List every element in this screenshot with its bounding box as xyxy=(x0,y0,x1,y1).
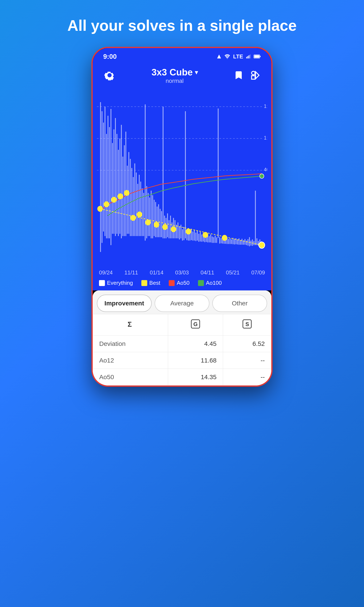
x-label-5: 04/11 xyxy=(201,269,214,276)
svg-rect-93 xyxy=(212,237,213,243)
x-label-6: 05/21 xyxy=(226,269,239,276)
tab-average[interactable]: Average xyxy=(155,295,209,312)
svg-rect-46 xyxy=(142,188,143,236)
settings-button[interactable] xyxy=(103,69,116,82)
svg-rect-71 xyxy=(179,227,180,239)
chart-x-labels: 09/24 11/11 01/14 03/03 04/11 05/21 07/0… xyxy=(93,268,271,277)
table-row: Deviation 4.45 6.52 xyxy=(93,336,271,352)
svg-rect-122 xyxy=(255,191,256,245)
svg-rect-28 xyxy=(115,118,116,236)
x-label-7: 07/09 xyxy=(251,269,265,276)
svg-point-133 xyxy=(130,215,136,221)
status-icons: LTE xyxy=(217,53,261,60)
svg-rect-40 xyxy=(133,177,134,236)
svg-rect-42 xyxy=(136,172,137,236)
svg-text:Σ: Σ xyxy=(128,320,132,328)
legend-best: Best xyxy=(141,280,160,286)
svg-rect-108 xyxy=(234,239,235,244)
svg-rect-3 xyxy=(247,56,248,58)
svg-rect-26 xyxy=(112,143,113,234)
gear-icon xyxy=(103,69,116,81)
svg-rect-31 xyxy=(119,138,120,234)
svg-rect-85 xyxy=(200,232,201,241)
svg-point-130 xyxy=(111,197,117,203)
svg-rect-74 xyxy=(183,227,184,240)
svg-point-140 xyxy=(203,232,208,238)
svg-rect-75 xyxy=(185,111,186,238)
svg-rect-111 xyxy=(239,238,239,245)
legend-ao50-dot xyxy=(169,280,175,286)
svg-text:1:20: 1:20 xyxy=(264,103,267,109)
row-deviation-col2: 6.52 xyxy=(223,336,271,352)
svg-rect-50 xyxy=(148,193,148,236)
svg-point-128 xyxy=(98,206,103,211)
svg-rect-97 xyxy=(218,108,219,238)
sigma-icon: Σ xyxy=(126,320,135,328)
svg-marker-9 xyxy=(256,72,259,79)
svg-text:1:00: 1:00 xyxy=(264,135,267,141)
row-ao12-col1: 11.68 xyxy=(168,352,223,369)
col-header-s: S xyxy=(223,314,271,336)
x-label-2: 11/11 xyxy=(124,269,138,276)
chart-legend: Everything Best Ao50 Ao100 xyxy=(93,277,271,290)
tab-other[interactable]: Other xyxy=(212,295,267,312)
g-icon: G xyxy=(190,319,201,329)
bottom-panel: Improvement Average Other Σ G xyxy=(93,290,271,385)
row-ao50-label: Ao50 xyxy=(93,369,168,385)
svg-rect-94 xyxy=(213,237,214,243)
svg-rect-98 xyxy=(219,237,220,243)
svg-point-135 xyxy=(145,220,150,225)
tab-row: Improvement Average Other xyxy=(93,290,271,312)
svg-rect-73 xyxy=(182,229,183,241)
puzzle-mode: normal xyxy=(166,78,184,84)
tab-improvement[interactable]: Improvement xyxy=(97,295,152,312)
svg-rect-8 xyxy=(254,55,259,58)
svg-rect-86 xyxy=(201,234,202,241)
page-title: All your solves in a single place xyxy=(46,17,318,34)
app-header: 3x3 Cube ▾ normal xyxy=(93,63,271,86)
svg-rect-82 xyxy=(195,233,196,241)
puzzle-title[interactable]: 3x3 Cube ▾ xyxy=(151,67,198,78)
svg-rect-95 xyxy=(215,236,216,243)
svg-rect-18 xyxy=(100,102,101,252)
svg-rect-58 xyxy=(160,209,160,237)
table-row: Ao50 14.35 -- xyxy=(93,369,271,385)
legend-ao50: Ao50 xyxy=(169,280,190,286)
svg-rect-64 xyxy=(169,220,169,238)
chart-svg: 1:20 1:00 40 xyxy=(97,89,267,265)
svg-point-142 xyxy=(259,242,265,248)
svg-text:G: G xyxy=(193,321,198,327)
legend-best-label: Best xyxy=(149,280,160,286)
bookmark-button[interactable] xyxy=(234,70,244,81)
svg-rect-123 xyxy=(257,238,257,245)
svg-rect-105 xyxy=(230,238,231,244)
col-header-g: G xyxy=(168,314,223,336)
legend-everything-label: Everything xyxy=(107,280,133,286)
svg-rect-118 xyxy=(249,237,250,246)
row-deviation-col1: 4.45 xyxy=(168,336,223,352)
svg-rect-91 xyxy=(209,236,210,242)
chart-area: 1:20 1:00 40 xyxy=(93,86,271,268)
svg-rect-2 xyxy=(246,57,247,58)
svg-marker-0 xyxy=(217,54,221,58)
svg-rect-117 xyxy=(247,239,248,246)
svg-rect-55 xyxy=(155,202,156,237)
legend-ao50-label: Ao50 xyxy=(177,280,190,286)
header-right xyxy=(234,70,261,81)
svg-rect-19 xyxy=(102,111,102,243)
svg-rect-57 xyxy=(158,204,159,237)
x-label-1: 09/24 xyxy=(99,269,113,276)
stats-table: Σ G S xyxy=(93,314,271,385)
svg-rect-22 xyxy=(106,134,107,238)
row-ao50-col2: -- xyxy=(223,369,271,385)
table-row: Ao12 11.68 -- xyxy=(93,352,271,369)
svg-rect-59 xyxy=(161,211,162,237)
svg-rect-121 xyxy=(253,241,254,245)
svg-rect-29 xyxy=(117,134,117,234)
shapes-button[interactable] xyxy=(250,70,261,81)
svg-rect-80 xyxy=(192,231,193,240)
legend-best-dot xyxy=(141,280,147,286)
svg-rect-44 xyxy=(139,175,140,236)
svg-rect-49 xyxy=(146,186,147,238)
row-deviation-label: Deviation xyxy=(93,336,168,352)
